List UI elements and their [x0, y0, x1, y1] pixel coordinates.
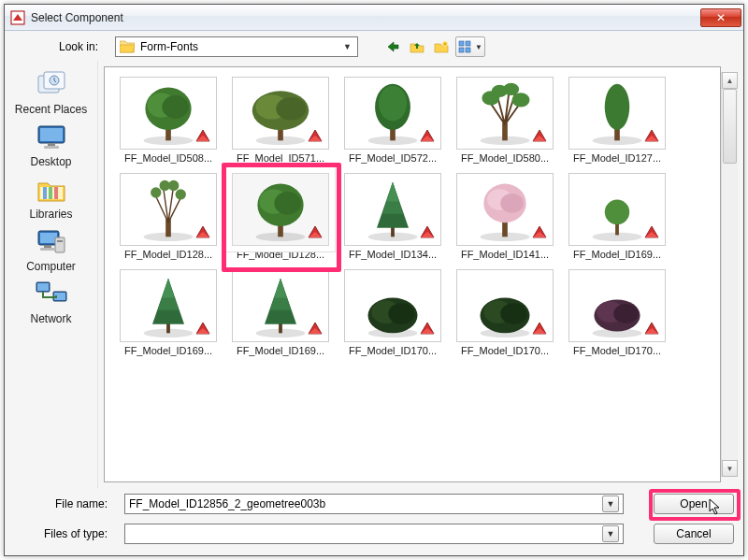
svg-point-82	[500, 303, 526, 324]
chevron-down-icon[interactable]: ▼	[602, 525, 619, 542]
skp-badge-icon	[418, 126, 437, 145]
file-thumbnail	[344, 77, 441, 150]
file-item[interactable]: FF_Model_ID169...	[116, 267, 221, 358]
svg-point-67	[500, 194, 524, 213]
file-label: FF_Model_ID134...	[349, 249, 437, 260]
places-computer[interactable]: Computer	[11, 225, 92, 272]
file-item[interactable]: FF_Model_ID508...	[116, 75, 221, 165]
file-item[interactable]: FF_Model_ID169...	[228, 267, 333, 358]
file-list[interactable]: FF_Model_ID508... FF_Model_ID571...	[104, 66, 721, 482]
back-button[interactable]	[382, 36, 403, 57]
scrollbar[interactable]: ▲ ▼	[721, 72, 738, 477]
svg-point-55	[176, 189, 186, 199]
skp-badge-icon	[530, 223, 549, 241]
lookin-value: Form-Fonts	[140, 40, 336, 53]
skp-badge-icon	[194, 126, 212, 145]
recent-places-icon	[33, 68, 70, 102]
close-button[interactable]: ✕	[700, 8, 741, 27]
places-network[interactable]: Network	[11, 278, 92, 324]
file-item[interactable]: FF_Model_ID580...	[453, 75, 557, 165]
open-button[interactable]: Open	[654, 494, 734, 514]
file-label: FF_Model_ID128...	[124, 249, 212, 260]
file-thumbnail	[232, 173, 329, 246]
folder-up-icon	[410, 40, 424, 53]
chevron-down-icon: ▼	[341, 42, 353, 51]
file-thumbnail	[120, 173, 217, 246]
svg-point-52	[151, 187, 161, 197]
back-arrow-icon	[385, 40, 400, 53]
file-item[interactable]: FF_Model_ID127...	[565, 75, 669, 165]
svg-rect-19	[55, 237, 65, 252]
lookin-combo[interactable]: Form-Fonts ▼	[115, 36, 358, 57]
svg-rect-10	[40, 128, 63, 141]
file-label: FF_Model_ID127...	[573, 152, 661, 164]
file-item[interactable]: FF_Model_ID170...	[453, 267, 557, 358]
svg-rect-5	[466, 48, 470, 52]
cancel-button-label: Cancel	[676, 527, 711, 540]
network-icon	[33, 278, 70, 311]
places-label: Libraries	[29, 208, 72, 220]
file-label: FF_Model_ID508...	[124, 152, 212, 164]
file-item[interactable]: FF_Model_ID571...	[228, 75, 333, 165]
svg-rect-22	[40, 248, 55, 251]
filename-value: FF_Model_ID12856_2_geometree003b	[129, 497, 602, 510]
file-item[interactable]: FF_Model_ID128...	[116, 171, 221, 262]
file-label: FF_Model_ID169...	[124, 345, 212, 356]
file-item[interactable]: FF_Model_ID141...	[453, 171, 557, 262]
file-item[interactable]: FF_Model_ID169...	[565, 171, 669, 262]
svg-rect-11	[48, 143, 55, 146]
file-item[interactable]: FF_Model_ID170...	[340, 267, 445, 358]
close-icon: ✕	[716, 11, 726, 24]
views-icon	[458, 40, 473, 53]
up-one-level-button[interactable]	[407, 36, 427, 57]
svg-point-36	[276, 97, 306, 121]
desktop-icon	[33, 121, 70, 154]
svg-rect-21	[44, 245, 51, 248]
file-label: FF_Model_ID141...	[461, 249, 549, 260]
svg-point-86	[613, 304, 638, 323]
places-libraries[interactable]: Libraries	[11, 173, 92, 220]
lookin-label: Look in:	[14, 40, 108, 53]
places-label: Recent Places	[15, 104, 87, 115]
svg-point-49	[605, 84, 629, 130]
skp-badge-icon	[194, 319, 212, 337]
file-label: FF_Model_ID580...	[461, 152, 549, 164]
chevron-down-icon[interactable]: ▼	[602, 495, 619, 512]
places-recent[interactable]: Recent Places	[11, 68, 92, 115]
file-thumbnail	[456, 77, 554, 150]
skp-badge-icon	[306, 319, 324, 337]
skp-badge-icon	[642, 319, 661, 337]
app-icon	[10, 10, 25, 25]
toolbar: Look in: Form-Fonts ▼	[5, 31, 743, 61]
scroll-thumb[interactable]	[723, 89, 737, 164]
file-label: FF_Model_ID572...	[349, 152, 437, 164]
file-item[interactable]: FF_Model_ID572...	[340, 75, 445, 165]
cursor-icon	[709, 498, 722, 517]
svg-point-46	[512, 93, 530, 107]
filename-label: File name:	[14, 497, 117, 510]
new-folder-button[interactable]	[431, 36, 452, 57]
places-label: Computer	[26, 261, 76, 272]
svg-rect-16	[54, 187, 58, 199]
file-item[interactable]: FF_Model_ID170...	[565, 267, 669, 358]
chevron-down-icon: ▼	[475, 43, 482, 51]
places-desktop[interactable]: Desktop	[11, 121, 92, 167]
filename-combo[interactable]: FF_Model_ID12856_2_geometree003b ▼	[124, 494, 624, 514]
filetype-combo[interactable]: ▼	[124, 524, 624, 544]
views-menu-button[interactable]: ▼	[455, 36, 485, 57]
scroll-up-button[interactable]: ▲	[722, 72, 738, 89]
file-thumbnail	[232, 269, 329, 342]
skp-badge-icon	[642, 126, 661, 145]
dialog-body: Recent Places Desktop	[5, 61, 743, 488]
places-bar: Recent Places Desktop	[5, 61, 98, 488]
dialog-bottom: File name: FF_Model_ID12856_2_geometree0…	[5, 488, 743, 555]
file-item[interactable]: FF_Model_ID134...	[340, 171, 445, 262]
cancel-button[interactable]: Cancel	[654, 524, 734, 544]
file-item[interactable]: FF_Model_ID128...	[228, 171, 333, 262]
scroll-down-button[interactable]: ▼	[722, 460, 738, 477]
file-thumbnail	[456, 173, 554, 246]
libraries-icon	[33, 173, 70, 207]
open-button-label: Open	[680, 497, 707, 510]
file-thumbnail	[120, 77, 217, 150]
file-label: FF_Model_ID169...	[573, 249, 661, 260]
